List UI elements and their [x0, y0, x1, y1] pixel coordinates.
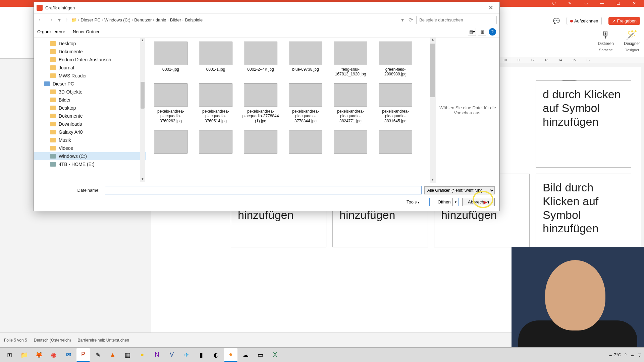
- window-icon[interactable]: ▭: [583, 0, 589, 6]
- new-folder-button[interactable]: Neuer Ordner: [73, 29, 99, 34]
- app-icon[interactable]: ▭: [254, 348, 267, 362]
- tree-item[interactable]: Desktop: [34, 104, 146, 112]
- powerpoint-icon[interactable]: P: [76, 348, 90, 362]
- tree-scrollbar[interactable]: ▲▼: [140, 38, 145, 182]
- tree-item[interactable]: Journal: [34, 64, 146, 72]
- tray-expand-icon[interactable]: ^: [625, 352, 627, 357]
- tree-item[interactable]: Bilder: [34, 96, 146, 104]
- filename-input[interactable]: [105, 186, 422, 194]
- back-button[interactable]: ←: [37, 17, 45, 23]
- app-icon[interactable]: ▮: [195, 348, 208, 362]
- tree-item[interactable]: Desktop: [34, 40, 146, 48]
- app-icon[interactable]: ☁: [239, 348, 252, 362]
- picture-placeholder[interactable]: d durch Klicken auf Symbol hinzufügen: [536, 80, 631, 168]
- file-item[interactable]: [284, 130, 327, 156]
- outlook-icon[interactable]: ✉: [62, 348, 75, 362]
- onenote-icon[interactable]: N: [150, 348, 164, 362]
- file-item[interactable]: pexels-andrea-piacquadio-3778844 (1).jpg: [239, 83, 282, 123]
- tree-item[interactable]: Musik: [34, 136, 146, 144]
- designer-group[interactable]: 🪄 Designer Designer: [624, 28, 640, 52]
- file-item[interactable]: [374, 130, 417, 156]
- preview-toggle-button[interactable]: ▥: [478, 28, 486, 36]
- dictate-group[interactable]: 🎙 Diktieren Sprache: [598, 28, 614, 52]
- comment-icon[interactable]: 💬: [553, 18, 560, 24]
- tree-item[interactable]: Downloads: [34, 120, 146, 128]
- tree-item[interactable]: Dieser PC: [34, 80, 146, 88]
- view-mode-button[interactable]: ▤▾: [468, 28, 476, 36]
- tree-item[interactable]: MWS Reader: [34, 72, 146, 80]
- file-item[interactable]: 0001-1.jpg: [194, 42, 237, 77]
- file-item[interactable]: [194, 130, 237, 156]
- weather-widget[interactable]: ☁ 7°C: [608, 352, 621, 357]
- firefox-icon[interactable]: 🦊: [32, 348, 46, 362]
- file-item[interactable]: pexels-andrea-piacquadio-3760263.jpg: [149, 83, 193, 123]
- organize-menu[interactable]: Organisieren: [37, 29, 65, 34]
- breadcrumb[interactable]: 📁›Dieser PC›Windows (C:)›Benutzer›danie›…: [71, 17, 398, 22]
- tree-item[interactable]: Dokumente: [34, 112, 146, 120]
- open-button[interactable]: Öffnen▾: [429, 198, 459, 206]
- file-item[interactable]: [329, 130, 372, 156]
- help-button[interactable]: ?: [489, 28, 496, 36]
- recent-button[interactable]: ▾: [57, 17, 62, 23]
- tree-item[interactable]: 3D-Objekte: [34, 88, 146, 96]
- file-item[interactable]: [149, 130, 193, 156]
- shield-icon[interactable]: 🛡: [551, 0, 557, 6]
- app-icon[interactable]: ●: [136, 348, 149, 362]
- picture-placeholder[interactable]: Bild durch Klicken auf Symbol hinzufügen: [536, 174, 631, 247]
- file-item[interactable]: [239, 130, 282, 156]
- tree-item[interactable]: Galaxy A40: [34, 128, 146, 136]
- close-icon[interactable]: ✕: [631, 0, 637, 6]
- app-icon[interactable]: ▦: [121, 348, 134, 362]
- accessibility-checker[interactable]: Barrierefreiheit: Untersuchen: [77, 338, 129, 343]
- tray-icon[interactable]: ⬡: [638, 352, 641, 357]
- visio-icon[interactable]: V: [165, 348, 178, 362]
- tree-item[interactable]: Dokumente: [34, 48, 146, 56]
- camtasia-icon[interactable]: ●: [224, 348, 237, 362]
- file-item[interactable]: green-field-2908939.jpg: [374, 42, 417, 77]
- tree-item[interactable]: Videos: [34, 144, 146, 152]
- tree-item[interactable]: Windows (C:): [34, 152, 146, 160]
- excel-icon[interactable]: X: [268, 348, 282, 362]
- search-input[interactable]: [416, 16, 497, 24]
- file-item[interactable]: pexels-andrea-piacquadio-3831645.jpg: [374, 83, 417, 123]
- maximize-icon[interactable]: ☐: [615, 0, 621, 6]
- tree-item[interactable]: 4TB - HOME (E:): [34, 160, 146, 168]
- file-item[interactable]: pexels-andrea-piacquadio-3778844.jpg: [284, 83, 327, 123]
- close-button[interactable]: ✕: [485, 3, 497, 13]
- breadcrumb-item[interactable]: Dieser PC: [80, 17, 100, 22]
- refresh-button[interactable]: ⟳: [407, 17, 414, 23]
- language-indicator[interactable]: Deutsch (Österreich): [34, 338, 71, 343]
- onedrive-icon[interactable]: ☁: [630, 352, 634, 357]
- filetype-dropdown[interactable]: Alle Grafiken (*.emf;*.wmf;*.jpg;: [424, 186, 495, 194]
- breadcrumb-item[interactable]: danie: [156, 17, 166, 22]
- file-item[interactable]: pexels-andrea-piacquadio-3824771.jpg: [329, 83, 372, 123]
- open-dropdown[interactable]: ▾: [452, 198, 459, 206]
- tools-menu[interactable]: Tools: [407, 199, 419, 204]
- edit-icon[interactable]: ✎: [567, 0, 573, 6]
- obs-icon[interactable]: ◐: [209, 348, 223, 362]
- share-button[interactable]: ↗ Freigeben: [608, 17, 640, 25]
- chrome-icon[interactable]: ◉: [47, 348, 60, 362]
- history-dropdown[interactable]: ▾: [400, 17, 405, 23]
- start-button[interactable]: ⊞: [3, 348, 16, 362]
- file-item[interactable]: pexels-andrea-piacquadio-3760514.jpg: [194, 83, 237, 123]
- telegram-icon[interactable]: ✈: [180, 348, 193, 362]
- cancel-button[interactable]: Abbrechen: [462, 198, 495, 206]
- snagit-icon[interactable]: ✎: [91, 348, 105, 362]
- forward-button[interactable]: →: [47, 17, 55, 23]
- record-button[interactable]: Aufzeichnen: [567, 17, 602, 25]
- minimize-icon[interactable]: —: [599, 0, 605, 6]
- file-item[interactable]: 0002-2--4K.jpg: [239, 42, 282, 77]
- file-item[interactable]: blue-69738.jpg: [284, 42, 327, 77]
- breadcrumb-item[interactable]: Bilder: [170, 17, 181, 22]
- tree-item[interactable]: Enduro Daten-Austausch: [34, 56, 146, 64]
- breadcrumb-item[interactable]: Benutzer: [134, 17, 152, 22]
- file-item[interactable]: feng-shui-167813_1920.jpg: [329, 42, 372, 77]
- files-scrollbar[interactable]: ▲▼: [430, 38, 436, 183]
- up-button[interactable]: ↑: [64, 17, 69, 23]
- breadcrumb-item[interactable]: Beispiele: [185, 17, 203, 22]
- file-explorer-icon[interactable]: 📁: [17, 348, 31, 362]
- breadcrumb-item[interactable]: Windows (C:): [104, 17, 130, 22]
- vlc-icon[interactable]: ▲: [106, 348, 119, 362]
- file-item[interactable]: 0001-.jpg: [149, 42, 193, 77]
